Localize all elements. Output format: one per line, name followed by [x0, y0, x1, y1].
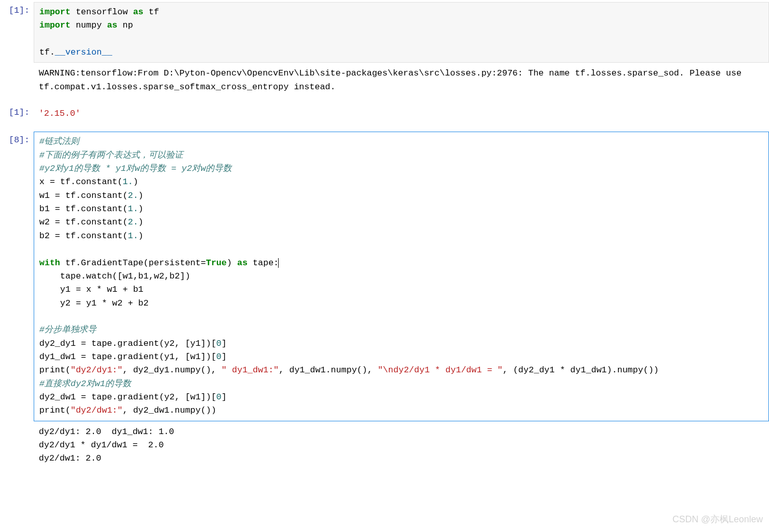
- code-line: , dy2_dw1.numpy()): [122, 406, 216, 415]
- code-line: w2 = tf.constant(: [39, 217, 128, 227]
- cell-1-output: [1]: '2.15.0': [0, 104, 769, 123]
- spacer-prompt: [0, 64, 34, 66]
- number: 1.: [128, 231, 138, 241]
- code-line: ): [227, 258, 237, 268]
- comment: #y2对y1的导数 * y1对w的导数 = y2对w的导数: [39, 164, 232, 173]
- code-line: b2 = tf.constant(: [39, 231, 128, 241]
- comment: #链式法则: [39, 137, 79, 146]
- code-line: , (dy2_dy1 * dy1_dw1).numpy()): [503, 365, 659, 375]
- number: 2.: [128, 217, 138, 227]
- spacer: [0, 98, 769, 104]
- code-line: ): [138, 204, 143, 214]
- out-line: dy2/dy1: 2.0 dy1_dw1: 1.0: [39, 427, 174, 437]
- number: 1.: [122, 177, 133, 187]
- bool-true: True: [206, 258, 227, 268]
- cell-1-prompt: [1]:: [0, 2, 34, 17]
- code-line: ]: [221, 339, 227, 348]
- number: 0: [216, 339, 221, 348]
- code-line: ]: [221, 392, 227, 402]
- code-line: tape:: [247, 258, 279, 268]
- code-line: b1 = tf.constant(: [39, 204, 128, 214]
- code-line: print(: [39, 406, 70, 415]
- string: " dy1_dw1:": [221, 365, 279, 375]
- version-attr: __version__: [55, 47, 112, 57]
- mod-numpy: numpy: [70, 20, 107, 30]
- alias-tf: tf: [143, 7, 159, 17]
- code-line: w1 = tf.constant(: [39, 191, 128, 200]
- notebook: [1]: import tensorflow as tf import nump…: [0, 0, 769, 480]
- code-line: y2 = y1 * w2 + b2: [39, 298, 148, 308]
- code-line: dy2_dy1 = tape.gradient(y2, [y1])[: [39, 339, 216, 348]
- code-line: tape.watch([w1,b1,w2,b2]): [39, 271, 190, 281]
- kw-import: import: [39, 7, 70, 17]
- code-line: dy1_dw1 = tape.gradient(y1, [w1])[: [39, 352, 216, 362]
- alias-np: np: [117, 20, 133, 30]
- cell-8-stdout: dy2/dy1: 2.0 dy1_dw1: 1.0 dy2/dy1 * dy1/…: [34, 422, 769, 469]
- code-line: x = tf.constant(: [39, 177, 122, 187]
- spacer-prompt: [0, 422, 34, 424]
- cell-1-out-value: '2.15.0': [34, 104, 769, 123]
- cell-8-code[interactable]: #链式法则 #下面的例子有两个表达式，可以验证 #y2对y1的导数 * y1对w…: [34, 132, 769, 421]
- cell-8-prompt: [8]:: [0, 132, 34, 147]
- code-line: ): [138, 191, 143, 200]
- out-line: dy2/dy1 * dy1/dw1 = 2.0: [39, 440, 164, 450]
- cell-1-warning: WARNING:tensorflow:From D:\Pyton-Opencv\…: [0, 64, 769, 97]
- code-line: tf.GradientTape(persistent=: [60, 258, 206, 268]
- kw-as: as: [107, 20, 117, 30]
- code-line: ): [138, 231, 143, 241]
- kw-import: import: [39, 20, 70, 30]
- code-line: ): [133, 177, 138, 187]
- code-line: , dy2_dy1.numpy(),: [122, 365, 221, 375]
- number: 2.: [128, 191, 138, 200]
- tf-obj: tf.: [39, 47, 55, 57]
- code-line: y1 = x * w1 + b1: [39, 285, 143, 294]
- string: "dy2/dy1:": [70, 365, 122, 375]
- warning-text: WARNING:tensorflow:From D:\Pyton-Opencv\…: [34, 64, 769, 97]
- number: 1.: [128, 204, 138, 214]
- version-string: '2.15.0': [39, 109, 81, 118]
- code-line: ): [138, 217, 143, 227]
- cell-1: [1]: import tensorflow as tf import nump…: [0, 2, 769, 63]
- string: "\ndy2/dy1 * dy1/dw1 = ": [378, 365, 503, 375]
- code-line: , dy1_dw1.numpy(),: [279, 365, 378, 375]
- cell-8-output: dy2/dy1: 2.0 dy1_dw1: 1.0 dy2/dy1 * dy1/…: [0, 422, 769, 469]
- cell-1-out-prompt: [1]:: [0, 104, 34, 119]
- string: "dy2/dw1:": [70, 406, 122, 415]
- mod-tensorflow: tensorflow: [70, 7, 133, 17]
- number: 0: [216, 352, 221, 362]
- cell-8: [8]: #链式法则 #下面的例子有两个表达式，可以验证 #y2对y1的导数 *…: [0, 132, 769, 421]
- cell-1-code[interactable]: import tensorflow as tf import numpy as …: [34, 2, 769, 63]
- comment: #分步单独求导: [39, 325, 96, 335]
- code-line: ]: [221, 352, 227, 362]
- out-line: dy2/dw1: 2.0: [39, 453, 101, 463]
- code-line: dy2_dw1 = tape.gradient(y2, [w1])[: [39, 392, 216, 402]
- kw-with: with: [39, 258, 60, 268]
- spacer: [0, 124, 769, 132]
- comment: #下面的例子有两个表达式，可以验证: [39, 150, 183, 160]
- number: 0: [216, 392, 221, 402]
- code-line: print(: [39, 365, 70, 375]
- kw-as: as: [237, 258, 247, 268]
- kw-as: as: [133, 7, 143, 17]
- comment: #直接求dy2对w1的导数: [39, 379, 131, 389]
